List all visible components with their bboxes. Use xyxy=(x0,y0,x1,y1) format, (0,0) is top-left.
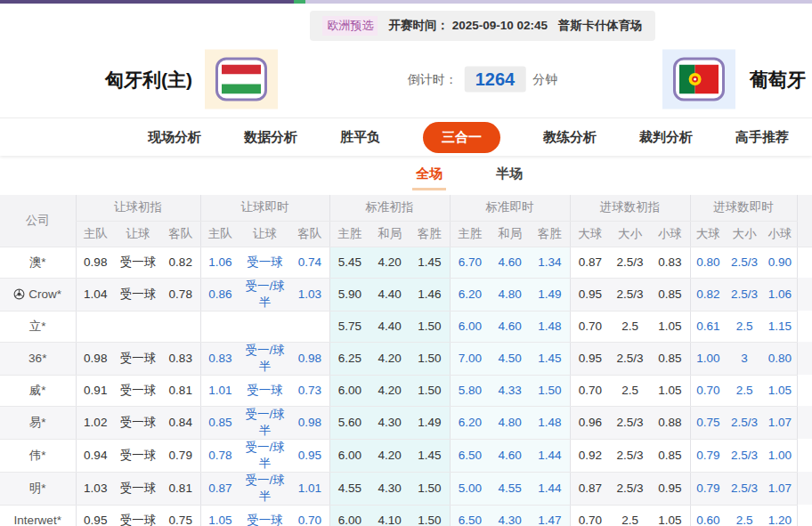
nav-tab-win-draw-loss[interactable]: 胜平负 xyxy=(340,129,380,146)
odds-cell-std_initial-2: 1.46 xyxy=(410,278,450,311)
nav-tab-data-analysis[interactable]: 数据分析 xyxy=(244,129,297,146)
odds-cell-handicap_live-2: 0.73 xyxy=(290,375,329,406)
company-cell[interactable]: Interwet* xyxy=(0,505,76,526)
odds-cell-goals_live-0: 1.00 xyxy=(690,342,726,375)
company-cell[interactable]: 易* xyxy=(0,406,76,439)
nav-tab-live-analysis[interactable]: 现场分析 xyxy=(148,129,201,146)
odds-cell-goals_live-1: 2.5 xyxy=(726,375,763,406)
match-info-bar: 欧洲预选 开赛时间： 2025-09-10 02:45 普斯卡什体育场 xyxy=(77,11,812,41)
odds-cell-handicap_initial-2: 0.81 xyxy=(161,472,200,505)
odds-cell-goals_initial-1: 2.5/3 xyxy=(610,278,650,311)
company-name: 明* xyxy=(29,481,46,495)
company-cell[interactable]: 伟* xyxy=(0,439,76,472)
sub-header-std_initial-1: 和局 xyxy=(369,221,410,247)
nav-tab-referee-analysis[interactable]: 裁判分析 xyxy=(639,129,693,146)
company-name: Crow* xyxy=(28,287,61,301)
company-cell[interactable]: 36* xyxy=(0,342,76,375)
odds-row-4: 威*0.91受一球0.811.01受一球0.736.004.201.505.80… xyxy=(0,375,812,406)
odds-cell-std_initial-1: 4.20 xyxy=(369,375,410,406)
away-team: 葡萄牙 xyxy=(662,50,806,109)
odds-cell-std_initial-2: 1.50 xyxy=(410,311,450,342)
company-name: 澳* xyxy=(29,255,46,269)
odds-cell-goals_initial-1: 2.5/3 xyxy=(610,406,650,439)
odds-cell-handicap_initial-1: 受一球 xyxy=(115,342,161,375)
nav-tab-coach-analysis[interactable]: 教练分析 xyxy=(543,129,597,146)
company-cell[interactable]: 澳* xyxy=(0,247,76,278)
odds-cell-handicap_live-2: 1.01 xyxy=(290,472,329,505)
odds-cell-goals_live-0: 0.60 xyxy=(690,505,726,526)
odds-cell-handicap_live-0 xyxy=(200,311,240,342)
odds-cell-std_live-1: 4.60 xyxy=(490,247,530,278)
odds-cell-goals_live-0: 0.70 xyxy=(690,375,726,406)
odds-cell-std_live-1: 4.80 xyxy=(490,278,530,311)
top-progress-line xyxy=(0,0,812,4)
nav-tab-three-in-one[interactable]: 三合一 xyxy=(423,122,500,153)
odds-cell-handicap_live-0: 1.06 xyxy=(200,247,240,278)
table-edge-strip-cell xyxy=(797,439,812,472)
odds-cell-goals_live-0: 0.80 xyxy=(690,247,726,278)
company-cell[interactable]: 明* xyxy=(0,472,76,505)
odds-cell-std_initial-2: 1.50 xyxy=(410,375,450,406)
group-header-handicap_live: 让球即时 xyxy=(200,195,329,221)
sub-header-goals_live-1: 大小 xyxy=(726,221,763,247)
nav-tabs: 现场分析数据分析胜平负三合一教练分析裁判分析高手推荐 xyxy=(148,122,789,153)
company-cell[interactable]: Crow* xyxy=(0,278,76,311)
odds-cell-std_initial-2: 1.50 xyxy=(410,472,450,505)
odds-cell-std_live-0: 5.80 xyxy=(450,375,490,406)
nav-tab-expert-picks[interactable]: 高手推荐 xyxy=(735,129,789,146)
group-header-handicap_initial: 让球初指 xyxy=(76,195,200,221)
odds-cell-std_initial-0: 5.60 xyxy=(329,406,369,439)
company-cell[interactable]: 威* xyxy=(0,375,76,406)
odds-cell-goals_live-2: 1.07 xyxy=(763,472,797,505)
odds-cell-goals_initial-1: 2.5/3 xyxy=(610,439,650,472)
odds-cell-std_live-1: 4.55 xyxy=(490,472,530,505)
odds-cell-goals_live-0: 0.61 xyxy=(690,311,726,342)
odds-row-1: Crow*1.04受一球0.780.86受一/球半1.035.904.401.4… xyxy=(0,278,812,311)
odds-cell-handicap_live-1: 受一/球半 xyxy=(240,439,290,472)
odds-cell-std_initial-1: 4.20 xyxy=(369,247,410,278)
sub-header-std_live-0: 主胜 xyxy=(450,221,490,247)
odds-cell-std_live-0: 6.50 xyxy=(450,505,490,526)
match-info-box: 欧洲预选 开赛时间： 2025-09-10 02:45 普斯卡什体育场 xyxy=(310,11,654,41)
sub-header-std_initial-0: 主胜 xyxy=(329,221,369,247)
hungary-flag-icon xyxy=(215,58,267,101)
odds-cell-handicap_initial-2: 0.83 xyxy=(161,342,200,375)
odds-cell-goals_initial-0: 0.87 xyxy=(570,247,610,278)
odds-cell-goals_live-0: 0.79 xyxy=(690,472,726,505)
company-name: Interwet* xyxy=(14,514,61,526)
odds-cell-goals_initial-2: 0.83 xyxy=(650,247,690,278)
odds-cell-std_initial-2: 1.45 xyxy=(410,439,450,472)
odds-cell-goals_initial-2: 0.85 xyxy=(650,342,690,375)
table-edge-strip-cell xyxy=(797,406,812,439)
odds-cell-std_initial-0: 6.00 xyxy=(329,505,369,526)
odds-row-2: 立*5.754.401.506.004.601.480.702.51.050.6… xyxy=(0,311,812,342)
sub-header-handicap_initial-0: 主队 xyxy=(76,221,115,247)
sub-tabs: 全场半场 xyxy=(412,160,526,190)
odds-cell-std_live-2: 1.44 xyxy=(530,439,570,472)
odds-cell-goals_initial-2: 1.05 xyxy=(650,311,690,342)
odds-cell-goals_initial-0: 0.96 xyxy=(570,406,610,439)
table-edge-strip xyxy=(797,195,812,247)
odds-cell-handicap_live-0: 1.05 xyxy=(200,505,240,526)
company-cell[interactable]: 立* xyxy=(0,311,76,342)
away-team-name: 葡萄牙 xyxy=(750,67,806,92)
odds-cell-std_live-2: 1.49 xyxy=(530,278,570,311)
countdown-value: 1264 xyxy=(465,67,526,93)
kickoff-value: 2025-09-10 02:45 xyxy=(452,19,548,32)
odds-cell-goals_live-1: 2.5/3 xyxy=(726,406,763,439)
odds-cell-goals_initial-2: 0.95 xyxy=(650,472,690,505)
odds-cell-std_initial-1: 4.20 xyxy=(369,439,410,472)
odds-row-0: 澳*0.98受一球0.821.06受一球0.745.454.201.456.70… xyxy=(0,247,812,278)
away-flag-highlight xyxy=(662,50,735,109)
odds-cell-handicap_live-1: 受一球 xyxy=(240,375,290,406)
odds-cell-std_initial-1: 4.20 xyxy=(369,342,410,375)
company-name: 易* xyxy=(29,416,46,429)
sub-tab-full-match[interactable]: 全场 xyxy=(412,160,446,190)
odds-cell-goals_live-2: 1.20 xyxy=(763,505,797,526)
odds-cell-std_live-1: 4.30 xyxy=(490,505,530,526)
table-edge-strip-cell xyxy=(797,375,812,406)
table-edge-strip-cell xyxy=(797,247,812,278)
odds-cell-handicap_live-0: 0.85 xyxy=(200,406,240,439)
odds-cell-handicap_initial-2: 0.84 xyxy=(161,406,200,439)
sub-tab-half-match[interactable]: 半场 xyxy=(492,160,526,190)
